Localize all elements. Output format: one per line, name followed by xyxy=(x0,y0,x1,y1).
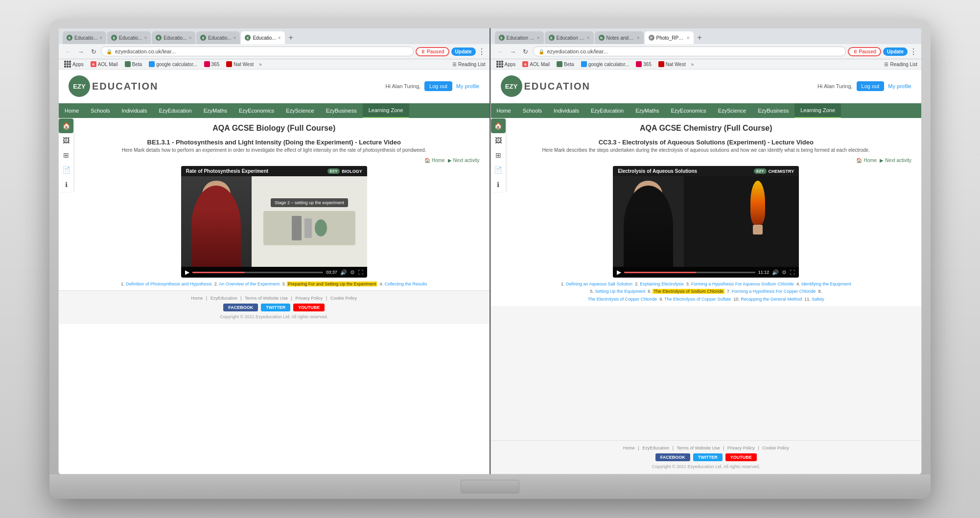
left-nav-ezyscience[interactable]: EzyScience xyxy=(280,104,320,118)
left-bookmark-365[interactable]: 365 xyxy=(203,61,221,68)
right-paused-button[interactable]: ⏸ Paused xyxy=(848,47,882,56)
right-nav-individuals[interactable]: Individuals xyxy=(548,104,585,118)
left-address-bar[interactable]: 🔒 ezyeducation.co.uk/lear... xyxy=(101,47,414,56)
left-settings-icon[interactable]: ⚙ xyxy=(350,269,355,276)
left-reading-list-btn[interactable]: ☰ Reading List xyxy=(452,62,486,67)
right-chapter-10-link[interactable]: Recapping the General Method xyxy=(741,297,802,302)
right-play-button[interactable]: ▶ xyxy=(617,269,621,276)
left-tab-2-close[interactable]: × xyxy=(144,35,147,41)
left-tab-4-close[interactable]: × xyxy=(233,35,236,41)
right-forward-button[interactable]: → xyxy=(508,46,518,57)
right-footer-privacy[interactable]: Privacy Policy xyxy=(727,446,755,450)
right-footer-cookie[interactable]: Cookie Policy xyxy=(762,446,789,450)
left-tab-4[interactable]: E Educatio... × xyxy=(196,31,240,44)
left-fullscreen-icon[interactable]: ⛶ xyxy=(358,269,363,275)
left-update-button[interactable]: Update xyxy=(451,47,476,56)
right-new-tab-button[interactable]: + xyxy=(695,31,705,44)
left-nav-learningzone[interactable]: Learning Zone xyxy=(363,103,409,118)
right-bookmark-natwest[interactable]: Nat West xyxy=(657,61,687,68)
left-sidebar-doc-icon[interactable]: 📄 xyxy=(59,163,73,177)
right-sidebar-image-icon[interactable]: 🖼 xyxy=(491,133,506,148)
left-chapter-1-link[interactable]: Definition of Photosynthesis and Hypothe… xyxy=(126,282,212,286)
right-reading-list-btn[interactable]: ☰ Reading List xyxy=(884,62,917,67)
left-tab-5-close[interactable]: × xyxy=(278,35,281,41)
right-nav-ezyscience[interactable]: EzyScience xyxy=(712,104,752,118)
right-bookmark-apps[interactable]: Apps xyxy=(495,60,517,68)
left-home-breadcrumb[interactable]: 🏠 Home xyxy=(424,158,445,163)
right-footer-ezyedu[interactable]: EzyEducation xyxy=(642,446,669,450)
right-reload-button[interactable]: ↻ xyxy=(520,46,531,57)
left-back-button[interactable]: ← xyxy=(63,46,73,57)
right-footer-home[interactable]: Home xyxy=(623,446,635,450)
left-tab-3-close[interactable]: × xyxy=(188,35,191,41)
left-twitter-button[interactable]: TWITTER xyxy=(261,304,290,311)
right-nav-learningzone[interactable]: Learning Zone xyxy=(794,103,841,118)
left-sidebar-image-icon[interactable]: 🖼 xyxy=(59,133,73,148)
right-my-profile-link[interactable]: My profile xyxy=(888,83,911,89)
left-bookmark-apps[interactable]: Apps xyxy=(63,60,85,68)
right-nav-ezyedu[interactable]: EzyEducation xyxy=(585,104,630,118)
right-nav-ezyeconomics[interactable]: EzyEconomics xyxy=(665,104,712,118)
left-nav-individuals[interactable]: Individuals xyxy=(116,104,153,118)
right-chapter-1-link[interactable]: Defining an Aqueous Salt Solution xyxy=(566,282,632,286)
right-tab-2[interactable]: E Education res... × xyxy=(545,31,594,44)
left-chapter-3-link[interactable]: Preparing For and Setting Up the Experim… xyxy=(287,282,377,286)
right-bookmark-365[interactable]: 365 xyxy=(634,61,653,68)
right-footer-terms[interactable]: Terms of Website Use xyxy=(677,446,720,450)
left-bookmark-beta[interactable]: Beta xyxy=(123,61,144,68)
right-tab-3-close[interactable]: × xyxy=(637,35,640,41)
left-footer-home[interactable]: Home xyxy=(191,296,203,301)
right-sidebar-info-icon[interactable]: ℹ xyxy=(491,177,506,192)
right-more-options-icon[interactable]: ⋮ xyxy=(910,47,917,56)
right-progress-bar[interactable] xyxy=(624,272,755,273)
left-nav-schools[interactable]: Schools xyxy=(85,104,116,118)
left-sidebar-grid-icon[interactable]: ⊞ xyxy=(59,148,73,163)
left-volume-icon[interactable]: 🔊 xyxy=(340,269,347,276)
left-more-options-icon[interactable]: ⋮ xyxy=(478,47,486,56)
right-fullscreen-icon[interactable]: ⛶ xyxy=(790,269,795,275)
right-facebook-button[interactable]: FACEBOOK xyxy=(655,453,690,461)
left-nav-home[interactable]: Home xyxy=(59,104,85,118)
right-youtube-button[interactable]: YOUTUBE xyxy=(725,453,757,461)
left-paused-button[interactable]: ⏸ Paused xyxy=(416,47,449,56)
right-nav-home[interactable]: Home xyxy=(491,104,517,118)
left-bookmark-natwest[interactable]: Nat West xyxy=(225,61,255,68)
right-sidebar-home-icon[interactable]: 🏠 xyxy=(491,118,506,133)
left-play-button[interactable]: ▶ xyxy=(185,269,189,276)
right-tab-4[interactable]: P Photo_RP_INF... × xyxy=(645,31,694,44)
right-bookmark-more[interactable]: » xyxy=(691,62,694,67)
left-reload-button[interactable]: ↻ xyxy=(88,46,99,57)
right-nav-ezybusiness[interactable]: EzyBusiness xyxy=(752,104,794,118)
right-bookmark-calc[interactable]: google calculator... xyxy=(580,61,630,68)
right-tab-1[interactable]: E Education res... × xyxy=(495,31,544,44)
left-tab-1-close[interactable]: × xyxy=(99,35,102,41)
left-youtube-button[interactable]: YOUTUBE xyxy=(293,304,325,311)
left-chapter-2-link[interactable]: An Overview of the Experiment xyxy=(219,282,280,286)
right-volume-icon[interactable]: 🔊 xyxy=(772,269,779,276)
left-sidebar-home-icon[interactable]: 🏠 xyxy=(59,118,73,133)
left-next-activity[interactable]: ▶ Next activity xyxy=(448,158,480,163)
left-sidebar-info-icon[interactable]: ℹ xyxy=(59,177,73,192)
left-tab-1[interactable]: E Educatio... × xyxy=(63,31,106,44)
right-home-breadcrumb[interactable]: 🏠 Home xyxy=(856,158,877,163)
left-tab-3[interactable]: E Educatio... × xyxy=(152,31,195,44)
left-forward-button[interactable]: → xyxy=(75,46,86,57)
right-chapter-9-link[interactable]: The Electrolysis of Copper Sulfate xyxy=(664,297,731,302)
left-logout-button[interactable]: Log out xyxy=(424,81,452,91)
right-tab-4-close[interactable]: × xyxy=(687,35,690,41)
right-chapter-7-link[interactable]: Forming a Hypothesis For Copper Chloride xyxy=(732,289,816,294)
left-new-tab-button[interactable]: + xyxy=(286,31,296,44)
left-nav-ezyeconomics[interactable]: EzyEconomics xyxy=(233,104,280,118)
left-footer-terms[interactable]: Terms of Website Use xyxy=(245,296,288,301)
right-chapter-6-link[interactable]: The Electrolysis of Sodium Chloride xyxy=(653,289,724,294)
right-address-bar[interactable]: 🔒 ezyeducation.co.uk/lear... xyxy=(533,47,846,56)
trackpad[interactable] xyxy=(461,480,519,494)
right-bookmark-aol[interactable]: A AOL Mail xyxy=(521,61,551,68)
right-chapter-2-link[interactable]: Explaining Electrolysis xyxy=(640,282,684,286)
left-my-profile-link[interactable]: My profile xyxy=(456,83,480,89)
left-footer-privacy[interactable]: Privacy Policy xyxy=(295,296,323,301)
right-tab-2-close[interactable]: × xyxy=(587,35,590,41)
right-chapter-5-link[interactable]: Setting Up the Equipment xyxy=(595,289,646,294)
right-nav-ezymaths[interactable]: EzyMaths xyxy=(630,104,665,118)
right-settings-icon[interactable]: ⚙ xyxy=(782,269,787,276)
